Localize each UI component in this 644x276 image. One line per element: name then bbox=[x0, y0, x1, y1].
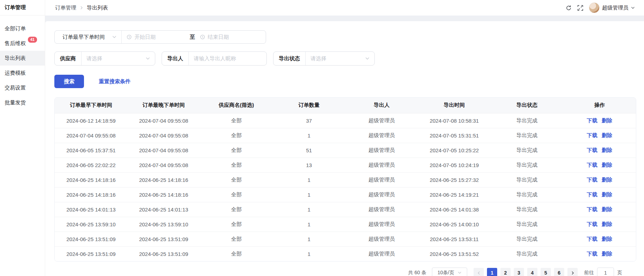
search-button[interactable]: 搜索 bbox=[54, 75, 84, 88]
cell-latest-time: 2024-06-25 13:51:09 bbox=[127, 246, 200, 261]
delete-link[interactable]: 删除 bbox=[602, 117, 612, 123]
cell-actions: 下载删除 bbox=[563, 158, 636, 172]
col-export-status: 导出状态 bbox=[490, 98, 563, 113]
cell-supplier: 全部 bbox=[200, 113, 273, 128]
user-menu[interactable]: 超级管理员 bbox=[589, 2, 635, 13]
delete-link[interactable]: 删除 bbox=[602, 236, 612, 242]
cell-export-time: 2024-07-05 10:24:19 bbox=[418, 158, 490, 172]
cell-exporter: 超级管理员 bbox=[345, 113, 418, 128]
cell-earliest-time: 2024-06-05 22:02:22 bbox=[55, 158, 127, 172]
delete-link[interactable]: 删除 bbox=[602, 177, 612, 183]
breadcrumb-parent[interactable]: 订单管理 bbox=[55, 5, 76, 11]
chevron-down-icon bbox=[146, 57, 150, 60]
delete-link[interactable]: 删除 bbox=[602, 191, 612, 197]
sidebar-item-after-sales[interactable]: 售后维权41 bbox=[0, 36, 45, 51]
cell-order-count: 1 bbox=[273, 172, 345, 187]
cell-export-status: 导出完成 bbox=[490, 232, 563, 246]
cell-actions: 下载删除 bbox=[563, 217, 636, 232]
sidebar-item-label: 导出列表 bbox=[5, 55, 26, 62]
cell-latest-time: 2024-07-04 09:55:08 bbox=[127, 143, 200, 158]
cell-actions: 下载删除 bbox=[563, 172, 636, 187]
cell-earliest-time: 2024-06-25 14:18:16 bbox=[55, 187, 127, 202]
download-link[interactable]: 下载 bbox=[587, 191, 597, 197]
delete-link[interactable]: 删除 bbox=[602, 251, 612, 257]
sidebar-item-label: 运费模板 bbox=[5, 70, 26, 76]
cell-export-time: 2024-07-05 15:31:51 bbox=[418, 128, 490, 143]
breadcrumb-current: 导出列表 bbox=[87, 5, 108, 11]
cell-export-time: 2024-07-05 10:25:22 bbox=[418, 143, 490, 158]
cell-supplier: 全部 bbox=[200, 158, 273, 172]
delete-link[interactable]: 删除 bbox=[602, 147, 612, 153]
cell-latest-time: 2024-06-25 14:18:16 bbox=[127, 172, 200, 187]
end-date-input[interactable]: 结束日期 bbox=[197, 34, 261, 41]
sidebar: 订单管理 全部订单售后维权41导出列表运费模板交易设置批量发货 bbox=[0, 0, 45, 276]
topbar: 订单管理 导出列表 bbox=[45, 0, 644, 16]
export-table: 订单最早下单时间 订单最晚下单时间 供应商名(筛选) 订单数量 导出人 导出时间… bbox=[54, 97, 636, 262]
supplier-label: 供应商 bbox=[55, 52, 82, 65]
page-button-6[interactable]: 6 bbox=[554, 268, 564, 276]
page-size-value: 10条/页 bbox=[438, 270, 454, 276]
next-page-button[interactable] bbox=[567, 268, 578, 276]
cell-order-count: 51 bbox=[273, 143, 345, 158]
sidebar-item-batch-shipping[interactable]: 批量发货 bbox=[0, 95, 45, 110]
cell-exporter: 超级管理员 bbox=[345, 128, 418, 143]
supplier-select[interactable]: 供应商 请选择 bbox=[54, 51, 155, 66]
start-date-input[interactable]: 开始日期 bbox=[127, 34, 188, 41]
reset-search-link[interactable]: 重置搜索条件 bbox=[99, 78, 131, 85]
goto-page: 前往 页 bbox=[584, 268, 622, 276]
page-button-5[interactable]: 5 bbox=[541, 268, 551, 276]
delete-link[interactable]: 删除 bbox=[602, 132, 612, 138]
sidebar-item-export-list[interactable]: 导出列表 bbox=[0, 51, 45, 66]
table-header-row: 订单最早下单时间 订单最晚下单时间 供应商名(筛选) 订单数量 导出人 导出时间… bbox=[55, 98, 636, 113]
page-size-select[interactable]: 10条/页 bbox=[432, 268, 467, 276]
sidebar-item-freight-template[interactable]: 运费模板 bbox=[0, 66, 45, 80]
download-link[interactable]: 下载 bbox=[587, 206, 597, 212]
sidebar-item-trade-settings[interactable]: 交易设置 bbox=[0, 80, 45, 95]
cell-export-status: 导出完成 bbox=[490, 246, 563, 261]
prev-page-button[interactable] bbox=[474, 268, 484, 276]
cell-order-count: 1 bbox=[273, 232, 345, 246]
cell-actions: 下载删除 bbox=[563, 187, 636, 202]
page-button-1[interactable]: 1 bbox=[487, 268, 497, 276]
sidebar-item-label: 批量发货 bbox=[5, 99, 26, 106]
cell-order-count: 13 bbox=[273, 158, 345, 172]
col-actions: 操作 bbox=[563, 98, 636, 113]
cell-latest-time: 2024-06-25 14:18:16 bbox=[127, 187, 200, 202]
download-link[interactable]: 下载 bbox=[587, 117, 597, 123]
supplier-placeholder: 请选择 bbox=[86, 55, 102, 62]
download-link[interactable]: 下载 bbox=[587, 177, 597, 183]
table-row: 2024-07-04 09:55:082024-07-04 09:55:08全部… bbox=[55, 128, 636, 143]
table-row: 2024-06-25 14:18:162024-06-25 14:18:16全部… bbox=[55, 187, 636, 202]
sidebar-item-all-orders[interactable]: 全部订单 bbox=[0, 21, 45, 36]
delete-link[interactable]: 删除 bbox=[602, 206, 612, 212]
download-link[interactable]: 下载 bbox=[587, 132, 597, 138]
download-link[interactable]: 下载 bbox=[587, 221, 597, 227]
download-link[interactable]: 下载 bbox=[587, 162, 597, 168]
cell-supplier: 全部 bbox=[200, 217, 273, 232]
download-link[interactable]: 下载 bbox=[587, 236, 597, 242]
fullscreen-icon[interactable] bbox=[577, 5, 583, 11]
download-link[interactable]: 下载 bbox=[587, 147, 597, 153]
refresh-icon[interactable] bbox=[566, 5, 572, 11]
exporter-placeholder: 请输入导出人昵称 bbox=[194, 55, 236, 62]
breadcrumb: 订单管理 导出列表 bbox=[55, 5, 108, 11]
goto-page-input[interactable] bbox=[597, 268, 614, 276]
cell-latest-time: 2024-06-25 14:01:13 bbox=[127, 202, 200, 217]
time-type-select[interactable]: 订单最早下单时间 bbox=[55, 31, 122, 43]
range-separator: 至 bbox=[188, 34, 197, 41]
download-link[interactable]: 下载 bbox=[587, 251, 597, 257]
export-status-select[interactable]: 导出状态 请选择 bbox=[273, 51, 375, 66]
cell-latest-time: 2024-06-25 13:51:09 bbox=[127, 232, 200, 246]
app-root: 订单管理 全部订单售后维权41导出列表运费模板交易设置批量发货 订单管理 导出列… bbox=[0, 0, 644, 276]
main-area: 订单管理 导出列表 bbox=[45, 0, 644, 276]
exporter-input[interactable]: 请输入导出人昵称 bbox=[189, 55, 266, 62]
time-type-value: 订单最早下单时间 bbox=[62, 34, 105, 41]
cell-export-status: 导出完成 bbox=[490, 128, 563, 143]
page-button-4[interactable]: 4 bbox=[527, 268, 537, 276]
delete-link[interactable]: 删除 bbox=[602, 162, 612, 168]
delete-link[interactable]: 删除 bbox=[602, 221, 612, 227]
cell-export-status: 导出完成 bbox=[490, 113, 563, 128]
page-button-3[interactable]: 3 bbox=[514, 268, 524, 276]
chevron-down-icon bbox=[458, 271, 462, 274]
page-button-2[interactable]: 2 bbox=[500, 268, 511, 276]
